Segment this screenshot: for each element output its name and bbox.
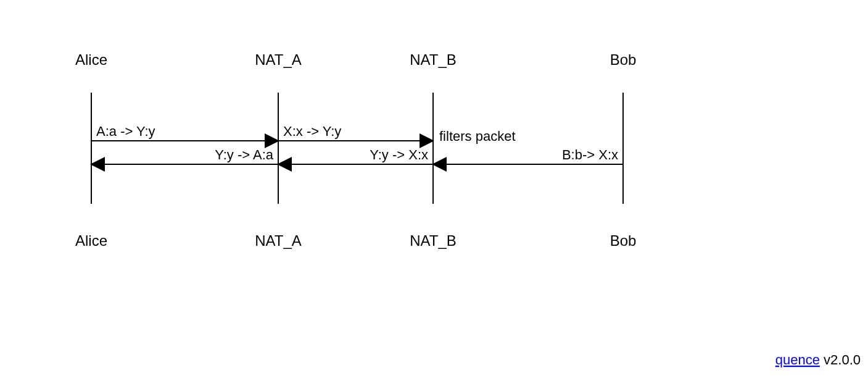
msg-nata-to-alice: Y:y -> A:a — [215, 147, 274, 162]
participant-bob-bottom: Bob — [610, 232, 637, 249]
participant-bob-top: Bob — [610, 51, 637, 68]
msg-bob-to-natb: B:b-> X:x — [562, 147, 618, 162]
participant-nat-a-bottom: NAT_A — [255, 232, 302, 249]
note-filters-packet: filters packet — [439, 128, 516, 144]
participant-alice-top: Alice — [75, 51, 107, 68]
credits-version: v2.0.0 — [820, 352, 861, 367]
msg-alice-to-nata: A:a -> Y:y — [96, 124, 155, 139]
sequence-diagram: Alice NAT_A NAT_B Bob A:a -> Y:y X:x -> … — [0, 0, 868, 386]
credits-link[interactable]: quence — [775, 352, 820, 367]
participant-nat-a-top: NAT_A — [255, 51, 302, 68]
credits: quence v2.0.0 — [775, 352, 861, 367]
participant-nat-b-bottom: NAT_B — [410, 232, 457, 249]
msg-nata-to-natb: X:x -> Y:y — [283, 124, 341, 139]
participant-alice-bottom: Alice — [75, 232, 107, 249]
msg-natb-to-nata: Y:y -> X:x — [370, 147, 428, 162]
participant-nat-b-top: NAT_B — [410, 51, 457, 68]
